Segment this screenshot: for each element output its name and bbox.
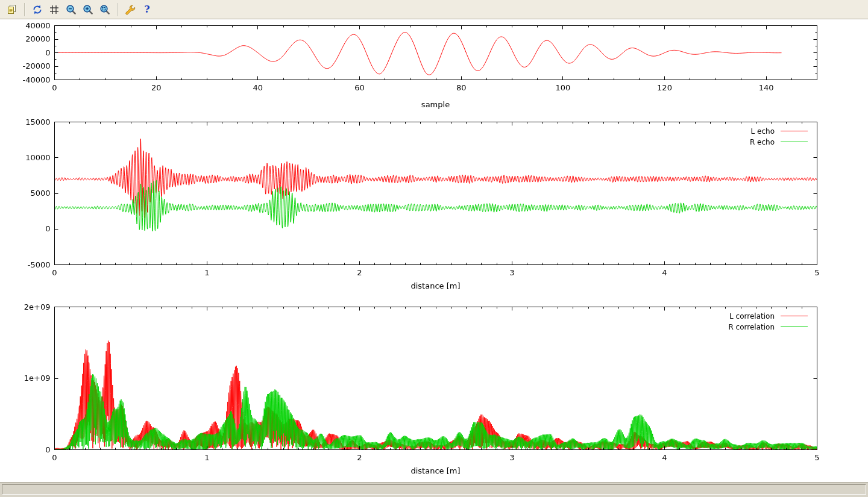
help-button[interactable]: ?: [139, 1, 155, 17]
gnuplot-window: ? sample L echo R echo distance [m] L co…: [0, 0, 868, 497]
grid-icon: [49, 4, 60, 15]
pulse-chart: sample: [0, 23, 868, 113]
legend-line-sample: [781, 316, 808, 316]
pulse-x-axis-label: sample: [54, 100, 817, 109]
copy-icon: [7, 4, 17, 15]
legend-label: R correlation: [728, 323, 775, 331]
svg-text:?: ?: [144, 4, 149, 15]
correlation-legend: L correlation R correlation: [728, 311, 808, 333]
correlation-chart: L correlation R correlation distance [m]: [0, 302, 868, 482]
correlation-x-axis-label: distance [m]: [54, 466, 817, 475]
magnifier-plus-icon: [83, 4, 93, 15]
autoscale-button[interactable]: [96, 1, 113, 17]
legend-line-sample: [781, 142, 808, 142]
echo-x-axis-label: distance [m]: [54, 281, 817, 290]
status-bar: [0, 482, 868, 497]
copy-to-clipboard-button[interactable]: [4, 1, 20, 17]
legend-item-r-correlation: R correlation: [728, 322, 808, 331]
legend-item-l-correlation: L correlation: [728, 311, 808, 320]
toggle-grid-button[interactable]: [46, 1, 62, 17]
status-field: [2, 484, 866, 495]
legend-label: L echo: [751, 127, 775, 136]
toolbar: ?: [0, 0, 868, 19]
toolbar-separator: [117, 3, 118, 16]
magnifier-fit-icon: [99, 4, 110, 15]
configure-button[interactable]: [122, 1, 138, 17]
echo-chart: L echo R echo distance [m]: [0, 117, 868, 298]
legend-label: R echo: [750, 138, 775, 146]
toolbar-separator: [24, 3, 25, 16]
echo-legend: L echo R echo: [750, 127, 808, 148]
echo-canvas[interactable]: [0, 117, 868, 298]
legend-line-sample: [781, 131, 808, 131]
zoom-next-button[interactable]: [80, 1, 96, 17]
refresh-icon: [32, 4, 43, 15]
legend-item-r-echo: R echo: [750, 137, 808, 146]
magnifier-minus-icon: [66, 4, 77, 15]
legend-item-l-echo: L echo: [750, 127, 808, 136]
question-mark-icon: ?: [142, 4, 153, 15]
legend-line-sample: [781, 327, 808, 327]
wrench-icon: [125, 4, 136, 15]
zoom-previous-button[interactable]: [63, 1, 79, 17]
replot-button[interactable]: [29, 1, 45, 17]
legend-label: L correlation: [729, 312, 775, 320]
